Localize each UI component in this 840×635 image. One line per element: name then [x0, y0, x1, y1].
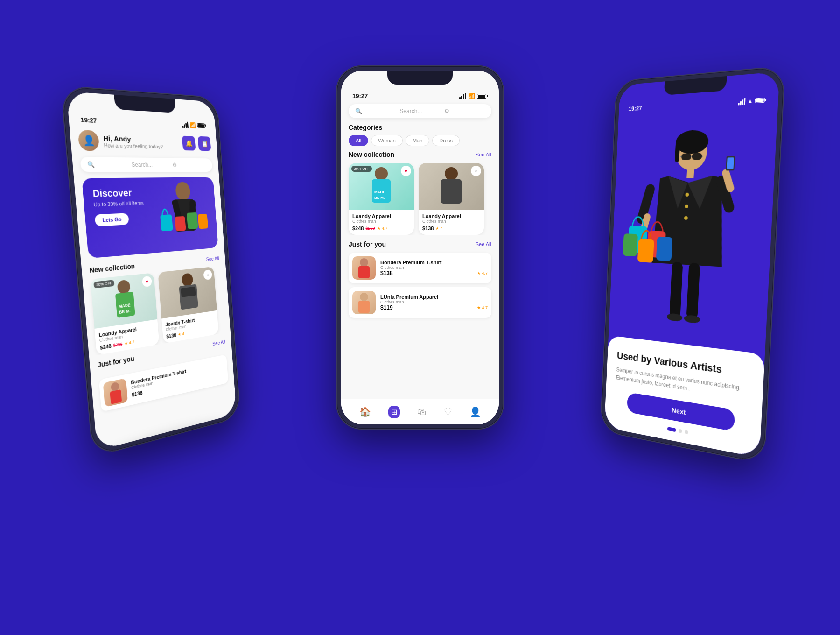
phone3-figure — [609, 105, 778, 354]
jfy-info-1: Bondera Premium T-shirt Clothes man $138 — [131, 360, 225, 398]
jfy-rating-c1: ★ 4.7 — [477, 271, 488, 275]
nav-heart[interactable]: ♡ — [444, 406, 452, 417]
rating-c1: ★ 4.7 — [377, 226, 388, 231]
search-icon-left: 🔍 — [87, 161, 128, 168]
scene: 19:27 📶 — [47, 37, 793, 598]
status-icons-right: ▲ — [738, 96, 767, 105]
time-left: 19:27 — [80, 116, 97, 125]
time-right: 19:27 — [628, 105, 642, 112]
categories-title: Categories — [349, 124, 491, 131]
rating-1: ★ 4.7 — [124, 339, 135, 346]
pill-woman[interactable]: Woman — [371, 135, 403, 146]
status-icons-center: 📶 — [459, 93, 488, 99]
see-all-collection-left[interactable]: See All — [206, 255, 219, 262]
phone3-hero — [609, 105, 778, 354]
wifi-icon: 📶 — [189, 122, 196, 128]
phone-left: 19:27 📶 — [60, 85, 241, 457]
jfy-price-c1: $138 — [380, 270, 393, 276]
category-pills: All Woman Man Dress — [349, 135, 491, 146]
svg-rect-30 — [675, 143, 680, 162]
see-all-collection-center[interactable]: See All — [476, 152, 491, 157]
dot-2 — [679, 429, 682, 433]
svg-point-21 — [445, 167, 458, 180]
price-new-1: $248 — [100, 343, 112, 351]
jfy-cat-c2: Clothes man — [380, 300, 488, 304]
svg-rect-24 — [358, 266, 370, 278]
status-icons-left: 📶 — [182, 121, 206, 129]
jfy-svg-c1 — [355, 258, 373, 278]
hero-person-svg — [151, 177, 217, 253]
nav-profile[interactable]: 👤 — [469, 406, 481, 417]
svg-rect-14 — [181, 287, 196, 297]
svg-text:MADE: MADE — [374, 190, 385, 194]
search-bar-left[interactable]: 🔍 Search... ⚙ — [80, 157, 212, 172]
product-person-c2 — [433, 165, 470, 207]
battery-icon-right — [755, 97, 767, 103]
message-icon[interactable]: 📋 — [198, 136, 211, 151]
nav-grid[interactable]: ⊞ — [388, 406, 400, 418]
nav-bag[interactable]: 🛍 — [417, 407, 427, 417]
product-card-2[interactable]: ○ Joardy T-shirt Clothes man $138 ★ 4 — [158, 267, 218, 344]
jfy-img-1 — [103, 378, 128, 407]
jfy-item-c1[interactable]: Bondera Premium T-shirt Clothes man $138… — [349, 253, 491, 283]
jfy-price-c2: $119 — [380, 304, 393, 311]
product-img-c2: ○ — [419, 163, 484, 210]
new-collection-header-center: New collection See All — [341, 151, 499, 163]
product-card-1[interactable]: MADE BE M. 20% OFF ♥ Loandy Apparel Clot… — [91, 273, 160, 355]
product-img-2: ○ — [158, 267, 217, 319]
pill-man[interactable]: Man — [406, 135, 429, 146]
products-row-center: MADE BE M. 20% OFF ♥ Loandy Apparel Clot… — [341, 163, 499, 235]
svg-rect-26 — [358, 301, 370, 313]
shopping-woman-svg — [612, 110, 773, 348]
product-cat-c1: Clothes man — [352, 219, 410, 224]
svg-rect-7 — [198, 214, 208, 229]
dot-3 — [685, 430, 688, 434]
greeting-subtitle: How are you feeling today? — [104, 142, 163, 149]
filter-icon-center: ⚙ — [444, 108, 485, 114]
jfy-see-all-center[interactable]: See All — [476, 241, 491, 247]
price-new-c1: $248 — [352, 226, 364, 231]
phone-right: 19:27 ▲ — [600, 65, 785, 464]
svg-point-0 — [175, 182, 191, 200]
bottom-nav: 🏠 ⊞ 🛍 ♡ 👤 — [341, 399, 499, 424]
svg-rect-16 — [110, 389, 122, 404]
notification-icon[interactable]: 🔔 — [182, 136, 196, 151]
battery-icon — [197, 123, 206, 128]
svg-point-12 — [181, 273, 193, 287]
jfy-title-center: Just for you — [349, 240, 386, 248]
svg-text:BE M.: BE M. — [374, 196, 385, 200]
phone3-card: Used by Various Artists Semper in cursus… — [604, 335, 765, 458]
filter-icon-left: ⚙ — [172, 162, 207, 168]
categories-section: Categories All Woman Man Dress — [341, 124, 499, 151]
jfy-info-c2: LUnia Premium Apparel Clothes man $119 ★… — [380, 294, 488, 311]
pill-dress[interactable]: Dress — [432, 135, 460, 146]
fav-btn-c2[interactable]: ○ — [471, 166, 481, 176]
jfy-see-all-left[interactable]: See All — [212, 339, 225, 346]
pill-all[interactable]: All — [349, 135, 368, 146]
product-card-c2[interactable]: ○ Loandy Apparel Clothes man $138 ★ 4 — [419, 163, 484, 235]
jfy-item-c2[interactable]: LUnia Premium Apparel Clothes man $119 ★… — [349, 287, 491, 318]
svg-rect-22 — [441, 179, 462, 204]
svg-rect-32 — [692, 153, 702, 160]
jfy-person-1 — [105, 380, 126, 405]
svg-rect-6 — [187, 212, 198, 229]
jfy-cat-c1: Clothes man — [380, 265, 488, 270]
nav-home[interactable]: 🏠 — [359, 406, 371, 417]
avatar-greeting: 👤 Hi, Andy How are you feeling today? — [77, 130, 163, 153]
jfy-title-left: Just for you — [97, 354, 134, 369]
new-collection-title-center: New collection — [349, 151, 394, 158]
avatar: 👤 — [77, 130, 99, 151]
signal-icon-right — [738, 98, 746, 105]
svg-rect-5 — [175, 216, 186, 231]
fav-btn-c1[interactable]: ♥ — [401, 166, 411, 176]
hero-banner: Discover Up to 30% off all items Lets Go — [82, 177, 218, 258]
search-bar-center[interactable]: 🔍 Search... ⚙ — [349, 104, 491, 118]
jfy-info-c1: Bondera Premium T-shirt Clothes man $138… — [380, 260, 488, 276]
jfy-price-1: $138 — [132, 390, 143, 398]
search-icon-center: 🔍 — [355, 108, 396, 114]
hero-illustration — [149, 177, 218, 253]
product-card-c1[interactable]: MADE BE M. 20% OFF ♥ Loandy Apparel Clot… — [349, 163, 414, 235]
jfy-name-c1: Bondera Premium T-shirt — [380, 260, 488, 265]
lets-go-button[interactable]: Lets Go — [94, 213, 129, 226]
time-center: 19:27 — [352, 92, 368, 99]
